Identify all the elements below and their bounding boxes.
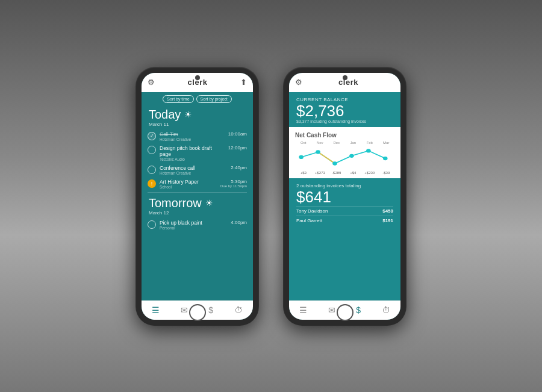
nav-list-icon-r[interactable]: ☰ bbox=[294, 303, 312, 317]
task-subtitle: School bbox=[160, 185, 217, 189]
task-item[interactable]: ✓ Call Tim Hotzman Creative 10:00am bbox=[142, 129, 253, 143]
sort-by-project-button[interactable]: Sort by project bbox=[196, 95, 232, 103]
today-weather-icon: ☀ bbox=[184, 110, 192, 119]
phone-screen-left: ⚙ clerk ⬆ Sort by time Sort by project T… bbox=[142, 73, 253, 320]
app-content-left: Sort by time Sort by project Today ☀ Mar… bbox=[142, 92, 253, 300]
phone-left: ⚙ clerk ⬆ Sort by time Sort by project T… bbox=[136, 67, 259, 326]
cash-val-mar: -$39 bbox=[378, 171, 395, 175]
cash-val-feb: +$230 bbox=[361, 171, 378, 175]
phone-right: ⚙ clerk Current Balance $2,736 $3,377 in… bbox=[283, 67, 406, 326]
invoices-amount: $641 bbox=[296, 188, 393, 206]
task-time: 4:00pm bbox=[231, 220, 247, 225]
invoice-name-1: Tony Davidson bbox=[296, 208, 328, 214]
nav-timer-icon[interactable]: ⏱ bbox=[229, 303, 248, 317]
balance-amount: $2,736 bbox=[296, 102, 393, 120]
today-label: Today bbox=[149, 108, 181, 122]
cash-val-jan: +$4 bbox=[345, 171, 362, 175]
app-title-right: clerk bbox=[338, 78, 358, 87]
tomorrow-label: Tomorrow bbox=[149, 196, 202, 210]
task-item[interactable]: ! Art History Paper School 5:30pm Due by… bbox=[142, 177, 253, 191]
task-item[interactable]: Pick up black paint Personal 4:00pm bbox=[142, 218, 253, 232]
invoice-row: Tony Davidson $450 bbox=[296, 206, 393, 216]
phone-screen-right: ⚙ clerk Current Balance $2,736 $3,377 in… bbox=[289, 73, 400, 320]
task-text: Design pitch book draft page Tectonic Au… bbox=[160, 145, 225, 161]
task-name: Art History Paper bbox=[160, 179, 217, 185]
cashflow-chart bbox=[295, 146, 394, 170]
task-subtitle: Personal bbox=[160, 226, 227, 230]
task-time: 12:00pm bbox=[228, 145, 247, 151]
phone-camera-right bbox=[343, 75, 347, 80]
task-circle-icon bbox=[148, 146, 156, 154]
settings-icon-left[interactable]: ⚙ bbox=[148, 78, 155, 87]
checkmark-icon: ✓ bbox=[150, 133, 154, 138]
cash-val-oct: +$3 bbox=[295, 171, 312, 175]
task-text: Conference call Hotzman Creative bbox=[160, 165, 227, 175]
phone-home-button-right[interactable] bbox=[337, 304, 354, 321]
task-text: Call Tim Hotzman Creative bbox=[160, 131, 225, 142]
section-divider bbox=[148, 192, 247, 193]
cashflow-months: Oct Nov Dec Jan Feb Mar bbox=[295, 141, 394, 145]
task-subtitle: Hotzman Creative bbox=[160, 137, 225, 142]
task-circle-icon bbox=[148, 166, 156, 174]
task-time: 5:30pm Due by 11:59pm bbox=[220, 179, 247, 188]
today-header: Today ☀ bbox=[142, 105, 253, 122]
phones-container: ⚙ clerk ⬆ Sort by time Sort by project T… bbox=[136, 67, 406, 326]
balance-section: Current Balance $2,736 $3,377 including … bbox=[289, 92, 400, 128]
tomorrow-date: March 12 bbox=[142, 210, 253, 218]
cashflow-values: +$3 +$273 -$289 +$4 +$230 -$39 bbox=[295, 171, 394, 175]
chart-svg bbox=[295, 146, 394, 170]
share-icon-left[interactable]: ⬆ bbox=[240, 78, 247, 87]
nav-list-icon[interactable]: ☰ bbox=[147, 303, 164, 317]
task-subtitle: Tectonic Audio bbox=[160, 157, 225, 161]
month-oct: Oct bbox=[295, 141, 312, 145]
task-name: Conference call bbox=[160, 165, 227, 171]
invoices-section: 2 outstanding invoices totaling $641 Ton… bbox=[289, 178, 400, 300]
task-circle-icon bbox=[148, 220, 156, 229]
svg-point-2 bbox=[332, 161, 337, 165]
task-name: Call Tim bbox=[160, 131, 225, 137]
balance-subtitle: $3,377 including outstanding invoices bbox=[296, 119, 393, 123]
month-nov: Nov bbox=[312, 141, 329, 145]
cash-val-nov: +$273 bbox=[312, 171, 329, 175]
phone-home-button[interactable] bbox=[189, 304, 206, 321]
invoice-name-2: Paul Garrett bbox=[296, 218, 322, 223]
month-jan: Jan bbox=[345, 141, 362, 145]
cash-val-dec: -$289 bbox=[328, 171, 345, 175]
invoice-row: Paul Garrett $191 bbox=[296, 216, 393, 225]
invoice-amount-2: $191 bbox=[382, 218, 393, 223]
settings-icon-right[interactable]: ⚙ bbox=[295, 78, 302, 87]
task-time: 2:40pm bbox=[231, 165, 247, 170]
month-mar: Mar bbox=[378, 141, 395, 145]
month-dec: Dec bbox=[328, 141, 345, 145]
cashflow-section: Net Cash Flow Oct Nov Dec Jan Feb Mar bbox=[289, 127, 400, 178]
task-text: Art History Paper School bbox=[160, 179, 217, 189]
nav-money-icon[interactable]: $ bbox=[204, 303, 218, 317]
task-name: Pick up black paint bbox=[160, 220, 227, 226]
tomorrow-header: Tomorrow ☀ bbox=[142, 194, 253, 210]
task-text: Pick up black paint Personal bbox=[160, 220, 227, 230]
task-warning-icon: ! bbox=[148, 179, 156, 188]
nav-timer-icon-r[interactable]: ⏱ bbox=[377, 303, 395, 317]
tomorrow-weather-icon: ☀ bbox=[205, 198, 213, 208]
nav-money-icon-r[interactable]: $ bbox=[351, 303, 366, 317]
task-subtitle: Hotzman Creative bbox=[160, 171, 227, 175]
phone-camera bbox=[195, 75, 200, 80]
task-time: 10:00am bbox=[228, 131, 247, 137]
sort-by-time-button[interactable]: Sort by time bbox=[163, 95, 193, 103]
invoice-amount-1: $450 bbox=[382, 208, 393, 214]
task-item[interactable]: Conference call Hotzman Creative 2:40pm bbox=[142, 163, 253, 177]
svg-point-1 bbox=[316, 150, 320, 154]
task-item[interactable]: Design pitch book draft page Tectonic Au… bbox=[142, 143, 253, 163]
svg-point-5 bbox=[383, 157, 388, 160]
task-check-icon: ✓ bbox=[148, 132, 156, 140]
svg-point-4 bbox=[366, 149, 371, 152]
month-feb: Feb bbox=[361, 141, 378, 145]
task-due: Due by 11:59pm bbox=[220, 184, 247, 188]
sort-bar: Sort by time Sort by project bbox=[142, 92, 253, 105]
task-name: Design pitch book draft page bbox=[160, 145, 225, 157]
cashflow-title: Net Cash Flow bbox=[295, 132, 394, 138]
svg-point-3 bbox=[349, 154, 354, 158]
svg-point-0 bbox=[299, 155, 304, 159]
today-date: March 11 bbox=[142, 122, 253, 129]
